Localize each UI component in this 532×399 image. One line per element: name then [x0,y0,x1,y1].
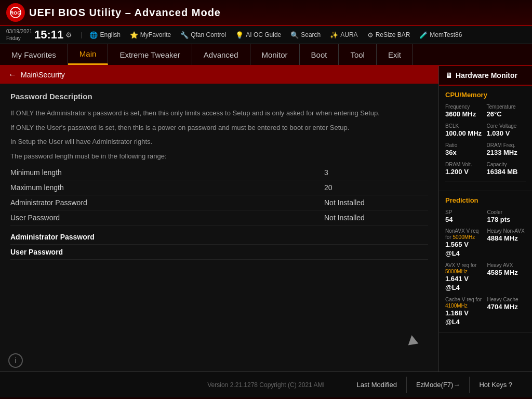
back-button[interactable]: ← [8,70,17,79]
nav-main[interactable]: Main [68,44,109,65]
favorite-icon: ⭐ [130,31,138,39]
nav-boot[interactable]: Boot [300,44,339,65]
cpu-memory-title: CPU/Memory [445,91,526,99]
ezmode-button[interactable]: EzMode(F7)→ [407,377,470,393]
nav-monitor[interactable]: Monitor [250,44,300,65]
nav-exit[interactable]: Exit [377,44,413,65]
content-area: ← Main\Security Password Description If … [0,66,438,371]
main-layout: ← Main\Security Password Description If … [0,66,532,371]
rog-icon: ROG [6,3,25,22]
bios-title: UEFI BIOS Utility – Advanced Mode [29,7,221,19]
pred-sp: SP 54 [445,209,484,224]
time-area: 03/19/2021 Friday 15:11 ⚙ [6,28,72,42]
logo-area: ROG UEFI BIOS Utility – Advanced Mode [6,3,221,22]
clock-display: 15:11 [34,28,63,42]
field-row-admin-pw: Administrator Password Not Installed [10,195,428,210]
prediction-section: Prediction SP 54 Cooler 178 pts NonAVX V… [439,191,532,332]
topbar-aioc[interactable]: 💡 AI OC Guide [232,30,284,40]
svg-text:ROG: ROG [10,10,21,16]
date-display: 03/19/2021 Friday [6,28,32,42]
resizebar-icon: ⚙ [367,31,374,39]
search-icon: 🔍 [290,31,299,39]
fan-icon: 🔧 [180,31,189,39]
hw-capacity: Capacity 16384 MB [487,162,526,177]
monitor-icon: 🖥 [445,71,453,79]
desc-text-3: In Setup the User will have Administrato… [10,137,428,147]
prediction-title: Prediction [445,196,526,204]
cursor-indicator [407,334,419,345]
pred-cache: Cache V req for 4100MHz 1.168 V @L4 Heav… [445,297,526,327]
hw-core-voltage: Core Voltage 1.030 V [487,123,526,138]
max-length-value: 20 [324,183,428,192]
topbar-resizebar[interactable]: ⚙ ReSize BAR [364,30,414,40]
min-length-label: Minimum length [10,168,324,177]
admin-pw-value: Not Installed [324,198,428,207]
user-pw-label: User Password [10,214,324,222]
aura-icon: ✨ [330,31,338,39]
action-user-pw-label: User Password [10,248,428,256]
nav-menu: My Favorites Main Extreme Tweaker Advanc… [0,44,532,66]
info-icon[interactable]: i [8,353,23,368]
hardware-monitor-sidebar: 🖥 Hardware Monitor CPU/Memory Frequency … [438,66,532,371]
topbar: 03/19/2021 Friday 15:11 ⚙ | 🌐 English ⭐ … [0,26,532,44]
nav-tool[interactable]: Tool [339,44,377,65]
topbar-aura[interactable]: ✨ AURA [327,30,361,40]
version-text: Version 2.21.1278 Copyright (C) 2021 AMI [207,381,324,389]
user-pw-value: Not Installed [324,214,428,222]
breadcrumb-path: Main\Security [21,71,65,79]
nav-extreme-tweaker[interactable]: Extreme Tweaker [108,44,192,65]
language-icon: 🌐 [89,31,98,39]
nav-my-favorites[interactable]: My Favorites [0,44,68,65]
content-body: Password Description If ONLY the Adminis… [0,84,438,371]
ai-icon: 💡 [235,31,244,39]
pred-nonavx: NonAVX V req for 5000MHz 1.565 V @L4 Hea… [445,228,526,258]
field-row-max-length: Maximum length 20 [10,180,428,195]
hw-dram-freq: DRAM Freq. 2133 MHz [487,142,526,157]
admin-pw-label: Administrator Password [10,198,324,207]
desc-text-2: If ONLY the User's password is set, then… [10,123,428,133]
action-admin-pw-label: Administrator Password [10,233,428,241]
field-row-min-length: Minimum length 3 [10,165,428,180]
pred-sp-cooler: SP 54 Cooler 178 pts [445,209,526,224]
topbar-myfavorite[interactable]: ⭐ MyFavorite [127,30,174,40]
section-title: Password Description [10,92,428,101]
min-length-value: 3 [324,168,428,177]
topbar-memtest[interactable]: 🧪 MemTest86 [416,30,465,40]
sidebar-header: 🖥 Hardware Monitor [439,66,532,86]
hw-bclk: BCLK 100.00 MHz [445,123,485,138]
header: ROG UEFI BIOS Utility – Advanced Mode [0,0,532,26]
nav-advanced[interactable]: Advanced [192,44,250,65]
settings-icon[interactable]: ⚙ [65,31,72,39]
hw-dram-volt: DRAM Volt. 1.200 V [445,162,485,177]
breadcrumb: ← Main\Security [0,66,438,84]
hw-temperature: Temperature 26°C [487,104,526,119]
topbar-qfan[interactable]: 🔧 Qfan Control [177,30,229,40]
hw-frequency: Frequency 3600 MHz [445,104,485,119]
max-length-label: Maximum length [10,183,324,192]
cpu-memory-grid: Frequency 3600 MHz Temperature 26°C BCLK… [445,104,526,177]
cpu-memory-section: CPU/Memory Frequency 3600 MHz Temperatur… [439,86,532,191]
desc-text-4: The password length must be in the follo… [10,151,428,162]
action-user-pw[interactable]: User Password [10,245,428,260]
desc-text-1: If ONLY the Administrator's password is … [10,108,428,118]
field-row-user-pw: User Password Not Installed [10,210,428,225]
footer: Version 2.21.1278 Copyright (C) 2021 AMI… [0,371,532,397]
topbar-language[interactable]: 🌐 English [86,30,123,40]
topbar-search[interactable]: 🔍 Search [287,30,324,40]
pred-avx: AVX V req for 5000MHz 1.641 V @L4 Heavy … [445,262,526,292]
memtest-icon: 🧪 [419,31,428,39]
last-modified-button[interactable]: Last Modified [348,377,407,393]
hw-ratio: Ratio 36x [445,142,485,157]
pred-cooler: Cooler 178 pts [487,209,526,224]
action-admin-pw[interactable]: Administrator Password [10,230,428,245]
hotkeys-button[interactable]: Hot Keys ? [470,377,522,393]
